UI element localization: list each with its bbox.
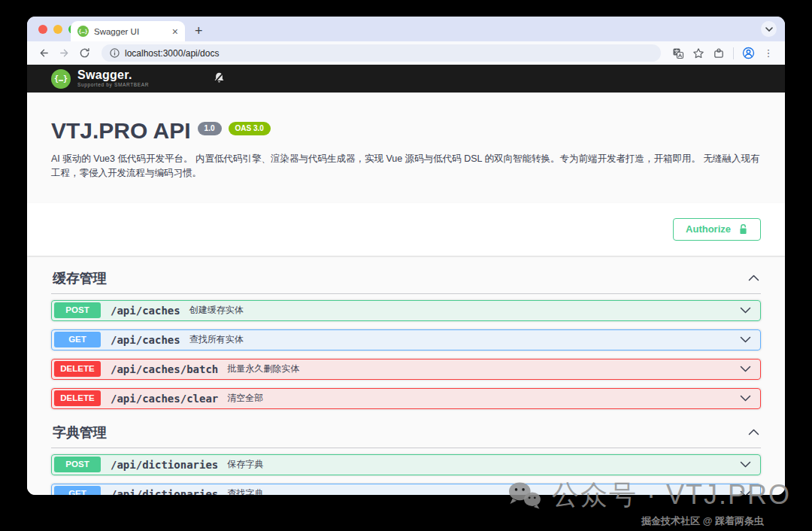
tab-title: Swagger UI [94, 27, 167, 36]
watermark: 公众号 · VTJ.PRO 掘金技术社区 @ 踩着两条虫 [507, 477, 791, 528]
browser-tab-swagger-ui[interactable]: {…} Swagger UI × [71, 21, 185, 41]
endpoint-path: /api/dictionaries [111, 488, 218, 496]
browser-toolbar: localhost:3000/api/docs ⋮ [27, 41, 785, 65]
toolbar-separator [733, 47, 734, 59]
method-badge: DELETE [54, 390, 101, 407]
endpoint-row[interactable]: POST/api/caches创建缓存实体 [51, 300, 761, 321]
unlock-icon [738, 223, 748, 235]
endpoint-path: /api/caches [111, 305, 180, 317]
endpoint-summary: 查找字典 [227, 487, 263, 495]
oas-badge: OAS 3.0 [229, 122, 271, 135]
endpoint-summary: 创建缓存实体 [189, 304, 244, 317]
method-badge: POST [54, 457, 101, 473]
api-sections: 缓存管理POST/api/caches创建缓存实体GET/api/caches查… [27, 256, 785, 496]
swagger-logo-icon: {…} [51, 69, 71, 89]
swagger-topbar: {…} Swagger. Supported by SMARTBEAR [27, 65, 785, 93]
tab-strip: {…} Swagger UI × + [27, 17, 785, 41]
swagger-favicon-icon: {…} [77, 26, 89, 37]
forward-icon[interactable] [55, 44, 73, 62]
endpoint-path: /api/dictionaries [111, 459, 218, 471]
smartbear-subtext: Supported by SMARTBEAR [77, 83, 149, 88]
method-badge: POST [54, 302, 101, 319]
authorize-label: Authorize [686, 223, 731, 235]
watermark-sub-text: 掘金技术社区 @ 踩着两条虫 [507, 514, 764, 528]
endpoint-path: /api/caches [111, 334, 180, 346]
section-title: 缓存管理 [53, 269, 107, 287]
new-tab-button[interactable]: + [195, 24, 203, 38]
api-info: VTJ.PRO API 1.0 OAS 3.0 AI 驱动的 Vue3 低代码开… [27, 93, 785, 181]
wechat-icon [507, 481, 541, 511]
endpoint-row[interactable]: DELETE/api/caches/batch批量永久删除实体 [51, 359, 761, 380]
section-header[interactable]: 字典管理 [51, 417, 761, 448]
swagger-logo: {…} Swagger. Supported by SMARTBEAR [51, 69, 149, 89]
translate-icon[interactable] [669, 44, 687, 62]
endpoint-row[interactable]: POST/api/dictionaries保存字典 [51, 454, 761, 475]
chevron-down-icon[interactable] [740, 395, 751, 402]
watermark-main-text: 公众号 · VTJ.PRO [552, 477, 791, 514]
method-badge: GET [54, 486, 101, 495]
scheme-container: Authorize [27, 203, 785, 256]
endpoint-summary: 查找所有实体 [189, 333, 244, 346]
bell-slash-icon [213, 71, 226, 88]
version-badge: 1.0 [198, 122, 222, 135]
chevron-down-icon[interactable] [740, 461, 751, 468]
close-window-button[interactable] [38, 25, 47, 34]
tab-search-chevron-icon[interactable] [761, 21, 777, 37]
profile-avatar-icon[interactable] [739, 44, 757, 62]
url-text[interactable]: localhost:3000/api/docs [125, 48, 219, 59]
endpoint-summary: 批量永久删除实体 [227, 363, 299, 375]
browser-menu-icon[interactable]: ⋮ [759, 44, 777, 62]
api-section: 缓存管理POST/api/caches创建缓存实体GET/api/caches查… [51, 263, 761, 409]
address-bar[interactable]: localhost:3000/api/docs [102, 44, 661, 62]
endpoint-path: /api/caches/clear [111, 393, 218, 405]
back-icon[interactable] [35, 44, 53, 62]
method-badge: GET [54, 332, 101, 348]
swagger-logo-text: Swagger. [77, 69, 149, 81]
authorize-button[interactable]: Authorize [673, 218, 761, 241]
chevron-down-icon[interactable] [740, 307, 751, 314]
section-title: 字典管理 [53, 423, 107, 441]
chevron-up-icon[interactable] [748, 275, 759, 281]
extensions-icon[interactable] [710, 44, 728, 62]
endpoint-summary: 清空全部 [227, 392, 263, 405]
api-title-row: VTJ.PRO API 1.0 OAS 3.0 [51, 118, 761, 144]
endpoint-summary: 保存字典 [227, 458, 263, 471]
reload-icon[interactable] [75, 44, 93, 62]
method-badge: DELETE [54, 361, 101, 378]
browser-window: {…} Swagger UI × + localhost:3000/api/do… [27, 17, 785, 495]
endpoint-row[interactable]: DELETE/api/caches/clear清空全部 [51, 388, 761, 409]
page-title: VTJ.PRO API [51, 118, 191, 144]
chevron-up-icon[interactable] [748, 429, 759, 435]
endpoint-row[interactable]: GET/api/caches查找所有实体 [51, 329, 761, 350]
section-header[interactable]: 缓存管理 [51, 263, 761, 294]
endpoint-path: /api/caches/batch [111, 363, 218, 375]
bookmark-star-icon[interactable] [689, 44, 707, 62]
api-description: AI 驱动的 Vue3 低代码开发平台。 内置低代码引擎、渲染器与代码生成器，实… [51, 152, 761, 181]
swagger-page: VTJ.PRO API 1.0 OAS 3.0 AI 驱动的 Vue3 低代码开… [27, 93, 785, 495]
site-info-icon[interactable] [110, 48, 120, 58]
chevron-down-icon[interactable] [740, 366, 751, 372]
minimize-window-button[interactable] [53, 25, 62, 34]
tab-close-icon[interactable]: × [172, 26, 178, 37]
chevron-down-icon[interactable] [740, 336, 751, 343]
